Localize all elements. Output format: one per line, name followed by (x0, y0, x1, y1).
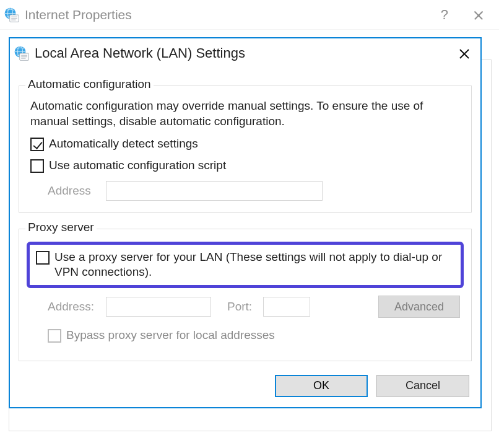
dialog-titlebar: Local Area Network (LAN) Settings (10, 38, 480, 68)
advanced-button[interactable]: Advanced (378, 296, 460, 318)
automatic-configuration-legend: Automatic configuration (25, 77, 154, 91)
automatic-configuration-description: Automatic configuration may override man… (30, 99, 460, 129)
auto-detect-row[interactable]: Automatically detect settings (30, 136, 460, 152)
auto-detect-checkbox[interactable] (30, 138, 44, 151)
automatic-configuration-group: Automatic configuration Automatic config… (19, 86, 472, 213)
proxy-port-label: Port: (227, 300, 257, 314)
use-config-script-checkbox[interactable] (30, 159, 44, 173)
config-script-address-row: Address (48, 181, 460, 201)
use-proxy-highlight: Use a proxy server for your LAN (These s… (27, 242, 464, 288)
help-button[interactable]: ? (441, 7, 448, 23)
proxy-server-legend: Proxy server (25, 221, 97, 234)
auto-detect-label: Automatically detect settings (49, 136, 198, 152)
use-proxy-checkbox[interactable] (36, 251, 50, 265)
proxy-address-input[interactable] (106, 297, 211, 317)
bypass-local-checkbox[interactable] (48, 329, 61, 343)
lan-settings-dialog: Local Area Network (LAN) Settings Automa… (9, 37, 482, 408)
use-config-script-label: Use automatic configuration script (49, 158, 226, 173)
dialog-close-button[interactable] (458, 47, 471, 59)
use-config-script-row[interactable]: Use automatic configuration script (30, 158, 460, 173)
proxy-server-group: Proxy server Use a proxy server for your… (19, 229, 472, 361)
parent-close-button[interactable] (473, 9, 484, 20)
parent-titlebar: Internet Properties ? (0, 0, 499, 30)
ok-button[interactable]: OK (275, 375, 368, 397)
internet-options-icon (4, 7, 20, 23)
cancel-button[interactable]: Cancel (376, 375, 469, 397)
config-script-address-label: Address (48, 184, 100, 198)
config-script-address-input[interactable] (106, 181, 323, 201)
proxy-address-row: Address: Port: Advanced (48, 296, 460, 318)
bypass-local-row[interactable]: Bypass proxy server for local addresses (48, 328, 460, 343)
use-proxy-row[interactable]: Use a proxy server for your LAN (These s… (36, 250, 454, 280)
parent-window-title: Internet Properties (25, 7, 132, 22)
lan-settings-icon (14, 45, 30, 61)
dialog-actions: OK Cancel (19, 375, 472, 397)
proxy-port-input[interactable] (263, 297, 310, 317)
use-proxy-label: Use a proxy server for your LAN (These s… (54, 250, 454, 280)
bypass-local-label: Bypass proxy server for local addresses (66, 328, 275, 343)
proxy-address-label: Address: (48, 300, 100, 314)
dialog-title: Local Area Network (LAN) Settings (35, 45, 245, 61)
